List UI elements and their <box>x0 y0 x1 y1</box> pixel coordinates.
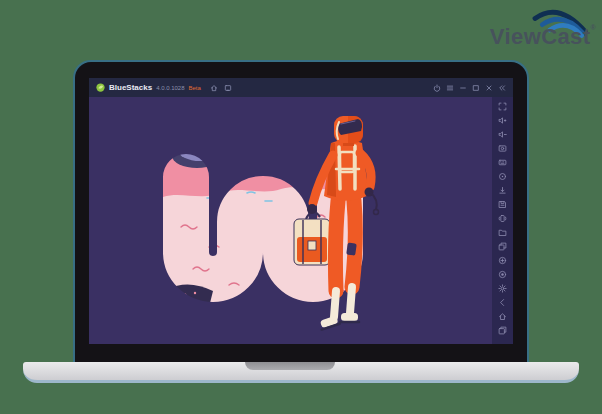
volume-down-icon[interactable] <box>498 130 507 139</box>
folder-icon[interactable] <box>498 228 507 237</box>
screenshot-icon[interactable] <box>498 144 507 153</box>
multi-instance-icon[interactable] <box>498 242 507 251</box>
gamepad-icon[interactable] <box>498 256 507 265</box>
viewcast-logo: ViewCast® <box>480 4 596 50</box>
save-icon[interactable] <box>498 200 507 209</box>
laptop-hinge-notch <box>245 362 335 370</box>
webtoon-astronaut-illustration <box>89 97 492 344</box>
recents-icon[interactable] <box>498 326 507 335</box>
home-icon[interactable] <box>210 84 218 92</box>
power-icon[interactable] <box>433 84 441 92</box>
bluestacks-logo-icon <box>96 83 105 92</box>
viewcast-wordmark: ViewCast® <box>490 24 596 50</box>
minimize-icon[interactable] <box>459 84 467 92</box>
laptop-screen: BlueStacks 4.0.0.1028 Beta <box>75 62 527 362</box>
record-icon[interactable] <box>498 270 507 279</box>
titlebar-left-icons <box>210 84 232 92</box>
laptop-base <box>23 362 579 383</box>
back-icon[interactable] <box>498 298 507 307</box>
home-icon[interactable] <box>498 312 507 321</box>
beta-badge: Beta <box>189 85 201 91</box>
collapse-icon[interactable] <box>498 84 506 92</box>
registered-mark: ® <box>590 24 596 31</box>
bluestacks-desktop[interactable] <box>89 97 492 344</box>
bluestacks-body <box>89 97 513 344</box>
viewcast-name: ViewCast <box>490 24 591 49</box>
scene: ViewCast® BlueStacks 4.0.0.1028 Beta <box>0 0 602 414</box>
volume-up-icon[interactable] <box>498 116 507 125</box>
bluestacks-window: BlueStacks 4.0.0.1028 Beta <box>89 78 513 344</box>
keymap-tool-icon[interactable] <box>224 84 232 92</box>
settings-icon[interactable] <box>498 284 507 293</box>
location-icon[interactable] <box>498 172 507 181</box>
shake-icon[interactable] <box>498 214 507 223</box>
menu-icon[interactable] <box>446 84 454 92</box>
keymap-icon[interactable] <box>498 158 507 167</box>
close-icon[interactable] <box>485 84 493 92</box>
app-version: 4.0.0.1028 <box>156 85 184 91</box>
window-controls <box>433 84 506 92</box>
app-title: BlueStacks <box>109 83 152 92</box>
install-apk-icon[interactable] <box>498 186 507 195</box>
suitcase <box>294 212 330 265</box>
maximize-icon[interactable] <box>472 84 480 92</box>
bluestacks-titlebar: BlueStacks 4.0.0.1028 Beta <box>89 78 513 97</box>
bluestacks-sidebar <box>492 97 513 344</box>
fullscreen-icon[interactable] <box>498 102 507 111</box>
